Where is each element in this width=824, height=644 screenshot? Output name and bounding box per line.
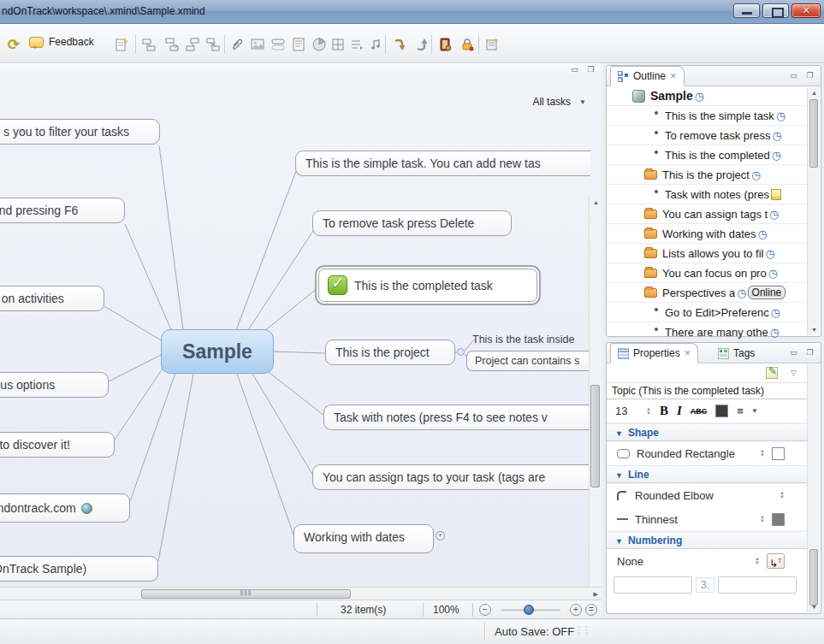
outline-item[interactable]: Task with notes (pres	[607, 185, 807, 204]
topic-project[interactable]: This is the project	[325, 340, 455, 365]
bold-button[interactable]: B	[660, 404, 668, 418]
zoom-slider-thumb[interactable]	[524, 605, 534, 615]
shape-stepper[interactable]: ▲▼	[760, 449, 765, 458]
font-color-swatch[interactable]	[715, 405, 728, 417]
minimize-button[interactable]	[733, 3, 760, 18]
topic-task-inside[interactable]: This is the task inside	[472, 330, 590, 349]
properties-scrollbar-thumb[interactable]	[809, 549, 818, 606]
task-filter-dropdown[interactable]: All tasks ▼	[532, 96, 586, 108]
outline-item[interactable]: This is the completed◷	[607, 145, 807, 165]
numbering-prefix-input[interactable]	[614, 576, 692, 594]
topic-assign-tags[interactable]: You can assign tags to your task (tags a…	[312, 464, 595, 490]
boundary-icon[interactable]	[269, 34, 288, 55]
outline-item[interactable]: You can assign tags t◷	[607, 204, 807, 224]
topic-lists-filter[interactable]: s you to filter your tasks	[0, 119, 160, 145]
chevron-down-icon[interactable]: ▼	[751, 407, 758, 415]
font-size-stepper[interactable]: ▲▼	[646, 407, 651, 416]
topic-project-contains[interactable]: Project can contains s	[466, 351, 595, 371]
chart-icon[interactable]	[310, 34, 329, 55]
notes-icon[interactable]	[289, 34, 308, 55]
outline-item[interactable]: To remove task press◷	[607, 126, 807, 145]
shape-color-swatch[interactable]	[772, 447, 785, 460]
expand-handle[interactable]: +	[436, 531, 445, 541]
insert-subtopic-icon[interactable]	[163, 34, 181, 55]
sync-icon[interactable]: ⟳	[4, 34, 23, 55]
matrix-icon[interactable]	[329, 34, 347, 55]
topic-pressing-f6[interactable]: it and pressing F6	[0, 198, 125, 223]
outline-minimize-icon[interactable]: ▭	[788, 71, 799, 80]
line-shape-value[interactable]: Rounded Elbow	[635, 489, 714, 502]
tab-properties[interactable]: Properties ✕	[610, 343, 698, 363]
editor-minimize-icon[interactable]: ▭	[569, 65, 580, 74]
close-tab-icon[interactable]: ✕	[670, 72, 677, 80]
list-icon[interactable]	[347, 34, 366, 55]
outline-item[interactable]: This is the simple task◷	[607, 106, 807, 126]
outline-item[interactable]: You can focus on pro◷	[607, 263, 807, 283]
zoom-in-button[interactable]: +	[570, 604, 582, 616]
topic-mindontrack-site[interactable]: mindontrack.com	[0, 493, 130, 523]
font-size-value[interactable]: 13	[615, 405, 637, 417]
properties-scrollbar[interactable]: ▼	[807, 364, 820, 612]
outline-item[interactable]: Lists allows you to fil◷	[607, 244, 807, 263]
topic-task-with-notes[interactable]: Task with notes (press F4 to see notes v	[323, 405, 593, 430]
topic-various-options[interactable]: various options	[0, 372, 109, 398]
line-color-swatch[interactable]	[772, 513, 785, 526]
new-from-template-icon[interactable]	[483, 34, 501, 55]
scroll-down-icon[interactable]: ▼	[811, 327, 817, 333]
outline-item[interactable]: This is the project◷	[607, 165, 807, 185]
feedback-button[interactable]: Feedback	[29, 36, 94, 48]
insert-parent-icon[interactable]	[204, 34, 222, 55]
canvas-vscrollbar-thumb[interactable]	[590, 385, 600, 487]
collapse-handle[interactable]	[457, 348, 465, 356]
topic-completed-task-selected[interactable]: This is the completed task	[315, 265, 541, 305]
topic-discover-it[interactable]: ed to discover it!	[0, 432, 115, 458]
close-button[interactable]	[791, 3, 821, 18]
topic-working-with-dates[interactable]: Working with dates	[293, 524, 434, 553]
italic-button[interactable]: I	[677, 404, 682, 418]
scroll-up-icon[interactable]: ▲	[593, 199, 599, 205]
tab-outline[interactable]: Outline ✕	[610, 66, 685, 86]
lock-icon[interactable]	[458, 34, 477, 55]
close-tab-icon[interactable]: ✕	[685, 349, 691, 357]
properties-minimize-icon[interactable]: ▭	[788, 348, 799, 357]
export-icon[interactable]	[412, 34, 431, 55]
central-topic-sample[interactable]: Sample	[161, 329, 274, 374]
align-button[interactable]: ≡	[737, 405, 743, 417]
image-icon[interactable]	[248, 34, 267, 55]
zoom-fit-button[interactable]: =	[585, 604, 597, 616]
view-menu-icon[interactable]: ▽	[791, 369, 797, 377]
scroll-up-icon[interactable]: ▲	[811, 90, 817, 96]
outline-scrollbar-thumb[interactable]	[809, 99, 818, 168]
zoom-out-button[interactable]: −	[479, 604, 491, 616]
outline-item[interactable]: Perspectives a◷Online	[607, 283, 807, 303]
numbering-value[interactable]: None	[617, 555, 643, 568]
canvas-hscrollbar[interactable]: ▶	[0, 587, 602, 600]
pin-editor-icon[interactable]	[766, 367, 778, 379]
outline-item[interactable]: Working with dates◷	[607, 224, 807, 244]
inherit-numbering-button[interactable]: ↳T	[767, 553, 785, 569]
scroll-down-icon[interactable]: ▼	[811, 604, 817, 610]
section-line[interactable]: ▼Line	[607, 465, 807, 483]
line-width-value[interactable]: Thinnest	[635, 513, 678, 526]
import-icon[interactable]	[390, 34, 409, 55]
line-width-stepper[interactable]: ▲▼	[760, 515, 765, 523]
outline-scrollbar[interactable]: ▲ ▼	[807, 87, 820, 335]
audio-notes-icon[interactable]	[366, 34, 385, 55]
shape-value[interactable]: Rounded Rectangle	[637, 447, 735, 460]
line-shape-stepper[interactable]: ▲▼	[780, 491, 785, 499]
new-sheet-icon[interactable]	[112, 34, 131, 55]
editor-maximize-icon[interactable]: ❐	[585, 65, 596, 74]
properties-maximize-icon[interactable]: ❐	[804, 348, 815, 357]
maximize-button[interactable]	[762, 3, 789, 18]
insert-before-icon[interactable]	[183, 34, 202, 55]
outline-maximize-icon[interactable]: ❐	[804, 71, 815, 80]
tab-tags[interactable]: Tags	[711, 343, 762, 363]
numbering-stepper[interactable]: ▲▼	[755, 557, 760, 565]
address-book-icon[interactable]	[436, 34, 454, 55]
topic-simple-task[interactable]: This is the simple task. You can add new…	[295, 151, 590, 176]
canvas-hscrollbar-thumb[interactable]	[141, 589, 351, 599]
outline-item[interactable]: There are many othe◷	[607, 322, 807, 342]
outline-item[interactable]: Sample ◷	[607, 86, 807, 106]
mindmap-canvas[interactable]: All tasks ▼ s you to filter your tasks i…	[0, 77, 602, 587]
numbering-suffix-input[interactable]	[718, 576, 797, 594]
